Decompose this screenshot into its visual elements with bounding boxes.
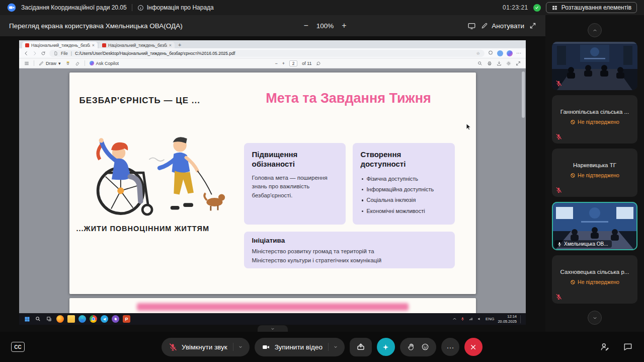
- chat-button[interactable]: [623, 342, 633, 352]
- search-icon[interactable]: [477, 61, 482, 66]
- highlighter-button[interactable]: [65, 61, 70, 66]
- browser-urlbar: File | C:/Users/User/Desktop/Національни…: [19, 48, 526, 58]
- tray-mic-icon[interactable]: [460, 317, 465, 321]
- chevron-down-icon: [238, 345, 243, 349]
- pdf-favicon: [25, 43, 29, 47]
- toolbar-divider: [34, 60, 34, 66]
- unmute-button[interactable]: Увімкнути звук: [162, 338, 250, 356]
- scroll-participants-down-button[interactable]: [588, 311, 602, 325]
- tab-close-button[interactable]: ×: [92, 43, 95, 48]
- powerpoint-icon[interactable]: P: [123, 315, 130, 323]
- meeting-info-button[interactable]: Інформація про Нарада: [137, 4, 214, 11]
- zoom-out-button[interactable]: −: [303, 21, 308, 30]
- clips-button[interactable]: [377, 338, 395, 356]
- file-explorer-icon[interactable]: [67, 315, 75, 323]
- more-options-button[interactable]: ···: [441, 338, 459, 356]
- back-icon[interactable]: [24, 51, 29, 56]
- forward-icon[interactable]: [32, 51, 37, 56]
- browser-menu-icon[interactable]: ···: [516, 50, 521, 56]
- expand-icon[interactable]: [516, 61, 521, 66]
- browser-tab[interactable]: Національний_тиждень_безбар... ×: [99, 42, 175, 48]
- video-options-chevron[interactable]: [328, 343, 342, 351]
- meeting-timer: 01:23:21: [503, 4, 528, 11]
- url-text: C:/Users/User/Desktop/Національний_тижде…: [75, 51, 473, 56]
- draw-dropdown-icon[interactable]: ▾: [58, 61, 61, 66]
- start-button[interactable]: [23, 315, 31, 323]
- extensions-icon[interactable]: [488, 50, 494, 56]
- box-title: Ініціатива: [252, 237, 447, 245]
- participant-tile[interactable]: Сахновецька сільська р... Не підтверджен…: [552, 255, 637, 304]
- firefox-icon[interactable]: [56, 315, 64, 323]
- toc-menu-icon[interactable]: [24, 61, 29, 66]
- settings-gear-icon[interactable]: [506, 61, 511, 66]
- bookmark-star-icon[interactable]: ☆: [476, 51, 480, 56]
- closed-captions-button[interactable]: CC: [11, 342, 25, 352]
- scroll-participants-up-button[interactable]: [588, 23, 602, 37]
- not-verified-icon: [570, 279, 576, 285]
- edge-icon[interactable]: [78, 315, 86, 323]
- page-number-input[interactable]: 2: [289, 60, 297, 66]
- share-header-title: Перегляд екрана користувача Хмельницька …: [9, 22, 183, 30]
- tray-network-icon[interactable]: [468, 317, 473, 321]
- viber-icon[interactable]: [112, 315, 119, 323]
- draw-button[interactable]: Draw ▾: [39, 61, 61, 66]
- check-icon: [535, 6, 539, 10]
- participants-rename-button[interactable]: [600, 342, 610, 352]
- profile-avatar[interactable]: [497, 50, 503, 56]
- url-divider: |: [71, 51, 72, 56]
- tray-caret-icon[interactable]: [452, 317, 457, 321]
- participant-tile[interactable]: Ганнопільська сільська ... Не підтвердже…: [552, 95, 637, 143]
- browser-tab-active[interactable]: Національний_тиждень_безбар... ×: [22, 42, 98, 48]
- audio-options-chevron[interactable]: [233, 343, 247, 351]
- slide-box-accessibility: Створення доступності Фізична доступніст…: [353, 143, 455, 225]
- next-slide-preview: [69, 298, 476, 313]
- save-icon[interactable]: [497, 61, 502, 66]
- participant-tile-video[interactable]: [552, 42, 637, 90]
- stop-video-label: Зупинити відео: [275, 343, 323, 351]
- ask-copilot-button[interactable]: Ask Copilot: [90, 61, 119, 66]
- mic-muted-icon: [169, 343, 177, 351]
- zoom-out-page-icon[interactable]: −: [275, 61, 278, 66]
- telegram-icon[interactable]: [101, 315, 108, 323]
- erase-button[interactable]: [75, 61, 80, 66]
- fullscreen-icon[interactable]: [529, 22, 536, 29]
- zoom-in-button[interactable]: +: [342, 21, 346, 30]
- task-view-icon[interactable]: [45, 315, 53, 323]
- refresh-icon[interactable]: [41, 51, 46, 56]
- reactions-button[interactable]: [400, 338, 436, 356]
- view-options-monitor-icon[interactable]: [467, 22, 476, 30]
- taskbar-clock[interactable]: 12:14 20.05.2025: [498, 314, 517, 324]
- accessibility-illustration: [74, 116, 238, 223]
- participant-tile[interactable]: Наркевицька ТГ Не підтверджено: [552, 149, 637, 197]
- participant-tile-active-speaker[interactable]: Хмельницька ОВ...: [552, 202, 637, 250]
- mic-muted-icon: [555, 294, 562, 300]
- tab-close-button[interactable]: ×: [169, 43, 172, 48]
- leave-meeting-button[interactable]: [464, 338, 482, 356]
- rotate-icon[interactable]: [316, 61, 321, 66]
- new-tab-button[interactable]: +: [178, 42, 181, 48]
- annotate-button[interactable]: Анотувати: [481, 22, 524, 30]
- file-chip: File: [61, 51, 68, 56]
- taskbar-search-icon[interactable]: [34, 315, 42, 323]
- stop-video-button[interactable]: Зупинити відео: [255, 338, 345, 356]
- language-indicator[interactable]: ENG: [486, 317, 494, 321]
- show-desktop-edge[interactable]: [520, 315, 522, 323]
- eraser-icon: [75, 61, 80, 66]
- next-slide-title-blur: [137, 303, 409, 311]
- chrome-icon[interactable]: [90, 315, 97, 323]
- mic-on-icon: [557, 242, 562, 247]
- address-bar[interactable]: File | C:/Users/User/Desktop/Національни…: [49, 50, 485, 57]
- copilot-icon[interactable]: [507, 50, 513, 56]
- print-icon[interactable]: [487, 61, 492, 66]
- not-verified-icon: [570, 173, 576, 178]
- zoom-in-page-icon[interactable]: +: [282, 61, 285, 66]
- chevron-up-icon: [592, 28, 598, 33]
- tray-volume-icon[interactable]: [477, 317, 482, 321]
- hide-controls-handle[interactable]: [258, 325, 288, 332]
- pdf-scrollbar[interactable]: [522, 71, 525, 118]
- powerpoint-letter: P: [125, 317, 128, 322]
- ask-copilot-label: Ask Copilot: [96, 61, 119, 66]
- slide-box-awareness: Підвищення обізнаності Головна мета — по…: [244, 143, 346, 225]
- layout-button[interactable]: Розташування елементів: [546, 2, 637, 13]
- share-screen-button[interactable]: [350, 338, 372, 356]
